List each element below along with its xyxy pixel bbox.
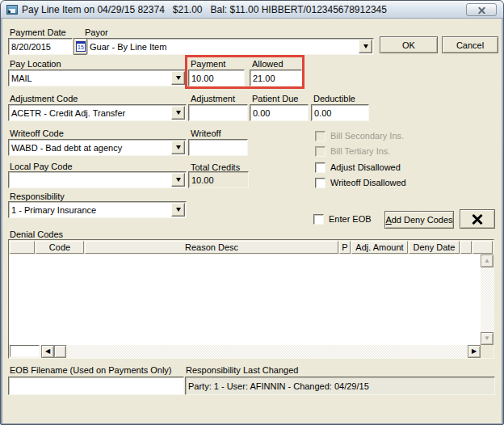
add-deny-codes-label-rest: dd Deny Codes [392,215,453,225]
denial-table-body[interactable] [9,255,481,345]
remove-deny-code-button[interactable] [460,209,495,229]
denial-table: Code Reason Desc P Adj. Amount Deny Date… [8,239,494,359]
pay-location-label: Pay Location [10,59,61,69]
header-cell-deny-date: Deny Date [409,241,460,254]
denial-codes-label: Denial Codes [10,229,63,239]
local-pay-code-combobox[interactable] [8,171,187,188]
header-cell-adj-amount: Adj. Amount [351,241,408,254]
denial-table-header: Code Reason Desc P Adj. Amount Deny Date [9,240,494,255]
bill-tertiary-checkbox [315,146,326,157]
pay-line-item-dialog: Pay Line Item on 04/29/15 82374 $21.00 B… [0,0,504,425]
scroll-left-button[interactable]: ◀ [41,345,54,358]
writeoff-code-dropdown-button[interactable] [171,141,185,154]
payor-value: Guar - By Line Item [87,42,359,52]
scroll-down-icon: ▼ [484,335,490,342]
header-cell-p: P [339,241,351,254]
scroll-right-icon: ▶ [472,348,477,355]
chevron-down-icon [363,44,368,48]
table-footer-fixed-cell [10,345,40,357]
adjustment-code-value: ACETR - Credit Adj. Transfer [9,108,171,118]
adjustment-code-combobox[interactable]: ACETR - Credit Adj. Transfer [8,104,187,121]
x-icon [472,213,483,225]
eob-filename-label: EOB Filename (Used on Payments Only) [10,365,172,375]
responsibility-value: 1 - Primary Insurance [9,205,171,215]
header-cell-spare2 [472,241,493,254]
window-title: Pay Line Item on 04/29/15 82374 $21.00 B… [22,4,387,15]
patient-due-input[interactable] [250,104,309,121]
pay-location-combobox[interactable]: MAIL [8,69,187,86]
adjust-disallowed-label: Adjust Disallowed [330,162,401,172]
total-credits-value: 10.00 [188,171,249,188]
payor-dropdown-button[interactable] [359,40,372,53]
adjustment-code-label: Adjustment Code [10,94,78,103]
calendar-icon: 15 [76,41,86,52]
scroll-down-button[interactable]: ▼ [481,332,494,345]
resp-last-changed-value: Party: 1 - User: AFINNIN - Changed: 04/2… [185,377,495,395]
title-bar[interactable]: Pay Line Item on 04/29/15 82374 $21.00 B… [1,1,503,19]
responsibility-dropdown-button[interactable] [171,203,185,217]
dialog-client-area: Payment Date Payor 15 Guar - By Line Ite… [2,19,502,423]
header-cell-spare1 [460,241,472,254]
writeoff-input[interactable] [188,139,248,156]
adjustment-code-dropdown-button[interactable] [171,106,185,120]
close-button[interactable] [466,3,497,16]
resp-last-changed-label: Responsibility Last Changed [186,365,298,375]
writeoff-label: Writeoff [191,128,221,138]
pay-location-dropdown-button[interactable] [171,71,185,85]
scrollbar-corner [481,345,494,358]
allowed-input[interactable] [250,69,302,86]
payment-date-label: Payment Date [10,27,66,37]
deductible-label: Deductible [313,94,355,103]
responsibility-label: Responsibility [10,191,65,201]
add-deny-codes-label-prefix: A [385,215,391,225]
vertical-scrollbar[interactable]: ▲ ▼ [481,255,494,345]
chevron-down-icon [176,145,181,149]
responsibility-combobox[interactable]: 1 - Primary Insurance [8,201,187,218]
payor-combobox[interactable]: Guar - By Line Item [86,38,374,55]
scroll-left-icon: ◀ [45,348,50,355]
deductible-input[interactable] [311,104,369,121]
adjustment-label: Adjustment [191,94,235,103]
chevron-down-icon [176,76,181,80]
eob-filename-input[interactable] [8,377,184,395]
payment-label: Payment [191,59,225,69]
writeoff-code-label: Writeoff Code [10,128,64,138]
payment-date-input[interactable] [8,38,73,55]
bill-secondary-label: Bill Secondary Ins. [330,131,404,141]
header-cell-reason-desc: Reason Desc [85,241,338,254]
ok-button[interactable]: OK [380,36,438,53]
add-deny-codes-button[interactable]: Add Deny Codes [384,211,454,229]
chevron-down-icon [176,178,181,182]
header-cell-code: Code [36,241,84,254]
enter-eob-checkbox[interactable] [313,214,324,225]
patient-due-label: Patient Due [252,94,298,103]
scroll-right-button[interactable]: ▶ [468,345,481,358]
cancel-button[interactable]: Cancel [442,36,498,53]
scroll-up-button[interactable]: ▲ [481,255,494,267]
pay-location-value: MAIL [9,74,171,83]
adjustment-input[interactable] [188,104,248,121]
scroll-up-icon: ▲ [484,258,490,264]
enter-eob-label: Enter EOB [329,214,372,224]
payor-label: Payor [85,27,108,37]
bill-tertiary-label: Bill Tertiary Ins. [330,146,390,156]
horizontal-scroll-thumb[interactable] [54,345,66,358]
application-icon [6,5,18,15]
adjust-disallowed-checkbox[interactable] [315,162,326,173]
local-pay-code-label: Local Pay Code [10,162,73,171]
allowed-label: Allowed [252,59,284,69]
chevron-down-icon [176,111,181,115]
bill-secondary-checkbox [315,131,326,141]
horizontal-scrollbar[interactable]: ◀ ▶ [9,345,494,358]
header-cell-rowmark [10,241,35,254]
writeoff-disallowed-label: Writeoff Disallowed [330,178,406,187]
writeoff-disallowed-checkbox[interactable] [315,178,326,188]
close-icon [478,6,485,14]
writeoff-code-combobox[interactable]: WABD - Bad debt at agency [8,139,187,156]
local-pay-code-dropdown-button[interactable] [171,173,185,187]
writeoff-code-value: WABD - Bad debt at agency [9,143,171,153]
chevron-down-icon [176,208,181,212]
payment-input[interactable] [188,69,245,86]
